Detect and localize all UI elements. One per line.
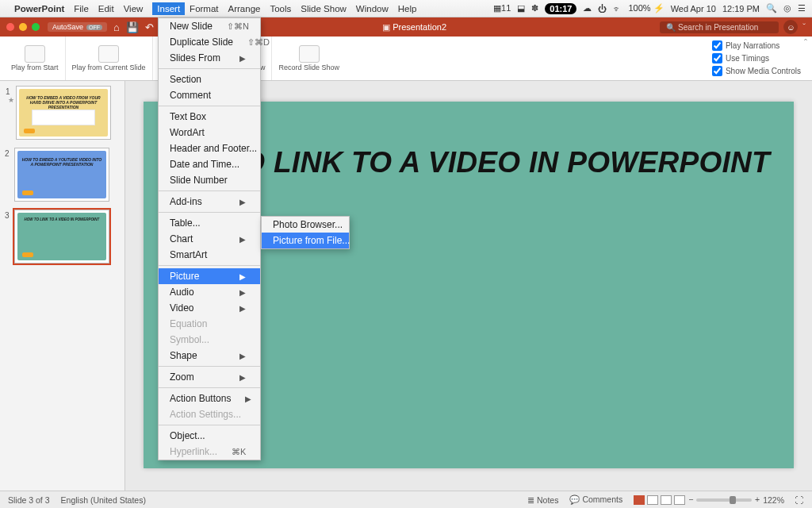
- window-titlebar: AutoSave OFF ⌂ 💾 ↶ ↷ ▣ Presentation2 🔍 S…: [0, 17, 812, 37]
- mi-table[interactable]: Table...: [159, 215, 260, 231]
- zoom-window[interactable]: [32, 23, 40, 31]
- view-normal[interactable]: [634, 495, 645, 505]
- mi-wordart[interactable]: WordArt: [159, 125, 260, 140]
- menu-file[interactable]: File: [74, 4, 89, 13]
- app-name[interactable]: PowerPoint: [14, 4, 64, 13]
- mi-duplicate-slide[interactable]: Duplicate Slide⇧⌘D: [159, 34, 260, 50]
- menu-window[interactable]: Window: [356, 4, 389, 13]
- view-slideshow[interactable]: [674, 495, 685, 505]
- dropbox-icon[interactable]: ⬓: [517, 3, 525, 13]
- mi-date-time[interactable]: Date and Time...: [159, 156, 260, 172]
- mi-object[interactable]: Object...: [159, 428, 260, 444]
- collapse-ribbon-icon[interactable]: ˆ: [804, 38, 807, 49]
- menu-insert[interactable]: Insert: [152, 2, 185, 15]
- menu-edit[interactable]: Edit: [98, 4, 114, 13]
- notes-toggle[interactable]: ≣ Notes: [527, 495, 558, 505]
- opt-narrations[interactable]: Play Narrations: [712, 40, 801, 51]
- picture-submenu: Photo Browser... Picture from File...: [261, 216, 350, 249]
- workspace: 1★ HOW TO EMBED A VIDEO FROM YOUR HARD D…: [0, 81, 812, 491]
- menu-format[interactable]: Format: [190, 4, 218, 13]
- mi-shape[interactable]: Shape▶: [159, 348, 260, 364]
- menu-slideshow[interactable]: Slide Show: [301, 4, 347, 13]
- view-reading[interactable]: [661, 495, 672, 505]
- thumb-number: 1: [6, 87, 15, 96]
- menu-arrange[interactable]: Arrange: [228, 4, 261, 13]
- thumb-number: 3: [5, 211, 14, 220]
- wifi-icon[interactable]: ᯤ: [613, 4, 622, 13]
- mi-slide-number[interactable]: Slide Number: [159, 172, 260, 188]
- mi-picture[interactable]: Picture▶: [159, 268, 260, 284]
- notification-center-icon[interactable]: ☰: [798, 3, 806, 13]
- timer-pill[interactable]: 01:17: [545, 3, 576, 14]
- slide-indicator[interactable]: Slide 3 of 3: [8, 495, 50, 505]
- mi-smartart[interactable]: SmartArt: [159, 247, 260, 263]
- search-icon[interactable]: 🔍: [766, 3, 777, 13]
- mi-symbol: Symbol...: [159, 332, 260, 348]
- mi-comment[interactable]: Comment: [159, 87, 260, 103]
- mi-video[interactable]: Video▶: [159, 300, 260, 316]
- mi-slides-from[interactable]: Slides From▶: [159, 50, 260, 66]
- play-from-start[interactable]: Play from Start: [5, 37, 66, 80]
- status-bar: Slide 3 of 3 English (United States) ≣ N…: [0, 491, 812, 508]
- zoom-level[interactable]: 122%: [763, 495, 784, 505]
- mi-section[interactable]: Section: [159, 71, 260, 87]
- mi-text-box[interactable]: Text Box: [159, 109, 260, 125]
- minimize-window[interactable]: [19, 23, 27, 31]
- language-indicator[interactable]: English (United States): [61, 495, 146, 505]
- slide-thumbnail-1[interactable]: HOW TO EMBED A VIDEO FROM YOUR HARD DRIV…: [16, 86, 111, 140]
- fit-to-window-icon[interactable]: ⛶: [795, 495, 804, 505]
- siri-icon[interactable]: ◎: [783, 3, 791, 13]
- zoom-thumb[interactable]: [730, 496, 736, 504]
- mi-header-footer[interactable]: Header and Footer...: [159, 140, 260, 156]
- close-window[interactable]: [6, 23, 14, 31]
- mi-hyperlink: Hyperlink...⌘K: [159, 444, 260, 460]
- thumb-number: 2: [5, 149, 14, 158]
- autosave-toggle[interactable]: AutoSave OFF: [48, 22, 107, 32]
- play-from-current[interactable]: Play from Current Slide: [66, 37, 153, 80]
- toggl-icon[interactable]: ⏻: [598, 4, 607, 13]
- slideshow-toolbar: Play from Start Play from Current Slide …: [0, 37, 812, 81]
- mi-new-slide[interactable]: New Slide⇧⌘N: [159, 18, 260, 34]
- mac-menubar: PowerPoint File Edit View Insert Format …: [0, 0, 812, 17]
- mi-addins[interactable]: Add-ins▶: [159, 194, 260, 210]
- menu-tools[interactable]: Tools: [270, 4, 291, 13]
- date: Wed Apr 10: [671, 4, 716, 13]
- cloud-icon[interactable]: ☁: [583, 3, 592, 13]
- account-icon[interactable]: ☺: [783, 20, 798, 34]
- zoom-slider[interactable]: − +: [696, 498, 752, 502]
- mi-chart[interactable]: Chart▶: [159, 231, 260, 247]
- mi-action-buttons[interactable]: Action Buttons▶: [159, 391, 260, 406]
- opt-media[interactable]: Show Media Controls: [712, 66, 801, 76]
- search-input[interactable]: 🔍 Search in Presentation: [660, 21, 779, 33]
- window-controls: [6, 23, 40, 31]
- mi-audio[interactable]: Audio▶: [159, 284, 260, 300]
- cloud-sync-icon[interactable]: ✽: [531, 3, 538, 13]
- menu-view[interactable]: View: [124, 4, 144, 13]
- comments-toggle[interactable]: 💬 Comments: [569, 495, 622, 505]
- mi-equation: Equation: [159, 316, 260, 332]
- time: 12:19 PM: [722, 4, 760, 13]
- home-icon[interactable]: ⌂: [113, 21, 120, 33]
- battery-status[interactable]: 100% ⚡: [628, 3, 664, 13]
- mi-photo-browser[interactable]: Photo Browser...: [262, 217, 349, 233]
- status-hashes: ▦11: [493, 3, 511, 13]
- record-slideshow[interactable]: Record Slide Show: [272, 37, 346, 80]
- slide-thumbnail-3[interactable]: HOW TO LINK TO A VIDEO IN POWERPOINT: [14, 210, 109, 264]
- insert-menu: New Slide⇧⌘N Duplicate Slide⇧⌘D Slides F…: [158, 17, 261, 460]
- opt-timings[interactable]: Use Timings: [712, 53, 801, 64]
- mi-action-settings: Action Settings...: [159, 406, 260, 422]
- mi-picture-from-file[interactable]: Picture from File...: [262, 233, 349, 248]
- transition-indicator-icon: ★: [8, 96, 14, 104]
- mi-zoom[interactable]: Zoom▶: [159, 369, 260, 385]
- menubar-status: ▦11 ⬓ ✽ 01:17 ☁ ⏻ ᯤ 100% ⚡ Wed Apr 10 12…: [493, 3, 806, 14]
- undo-icon[interactable]: ↶: [145, 21, 154, 33]
- menu-help[interactable]: Help: [398, 4, 417, 13]
- slide-thumbnail-2[interactable]: HOW TO EMBED A YOUTUBE VIDEO INTO A POWE…: [14, 148, 109, 202]
- slide-thumbnails-panel: 1★ HOW TO EMBED A VIDEO FROM YOUR HARD D…: [0, 81, 125, 491]
- view-sorter[interactable]: [647, 495, 658, 505]
- save-icon[interactable]: 💾: [126, 21, 139, 33]
- titlebar-chevron-icon[interactable]: ˇ: [802, 22, 806, 32]
